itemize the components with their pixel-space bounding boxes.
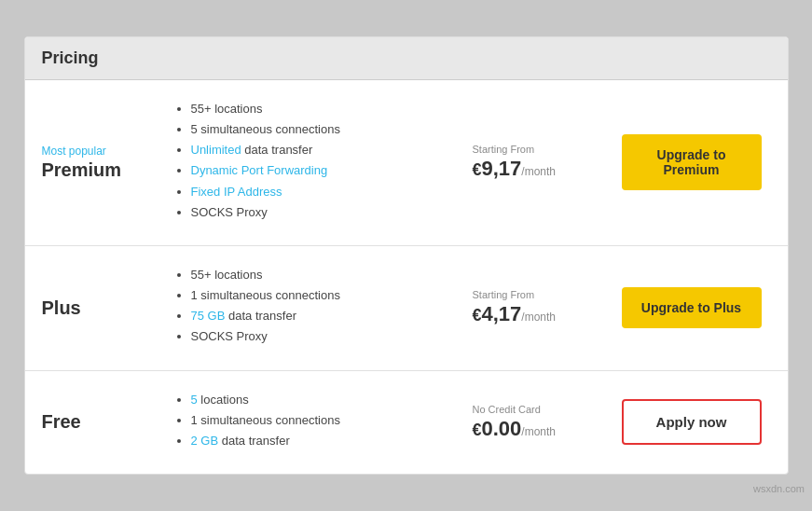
list-item: SOCKS Proxy [191,328,463,345]
plan-row-plus: Plus 55+ locations 1 simultaneous connec… [25,246,788,371]
most-popular-label: Most popular [42,145,154,158]
plan-pricing-plus: Starting From €4,17/month [463,289,612,326]
price-display: €0.00/month [473,417,612,441]
plan-name-col-plus: Plus [42,297,154,319]
upgrade-plus-button[interactable]: Upgrade to Plus [622,287,762,328]
pricing-title: Pricing [42,48,771,68]
plan-action-free: Apply now [612,399,771,445]
plan-action-premium: Upgrade to Premium [612,134,771,190]
list-item: 55+ locations [191,101,463,117]
plan-row-free: Free 5 locations 1 simultaneous connecti… [25,371,788,475]
list-item: Unlimited data transfer [191,142,463,159]
upgrade-premium-button[interactable]: Upgrade to Premium [622,134,762,190]
watermark: wsxdn.com [753,483,805,494]
pricing-card: Pricing Most popular Premium 55+ locatio… [24,36,789,475]
apply-now-button[interactable]: Apply now [622,399,762,445]
plan-pricing-free: No Credit Card €0.00/month [463,404,612,441]
list-item: 75 GB data transfer [191,308,463,325]
pricing-header: Pricing [25,37,788,80]
plan-name-col-free: Free [42,411,154,433]
list-item: 1 simultaneous connections [191,412,463,429]
plan-name-free: Free [42,411,154,433]
starting-from-label: Starting From [473,289,612,300]
price-display: €4,17/month [473,302,612,326]
plan-name-plus: Plus [42,297,154,319]
plan-features-free: 5 locations 1 simultaneous connections 2… [154,392,463,454]
no-credit-label: No Credit Card [473,404,612,415]
list-item: Dynamic Port Forwarding [191,162,463,179]
plan-features-premium: 55+ locations 5 simultaneous connections… [154,101,463,225]
plan-pricing-premium: Starting From €9,17/month [463,144,612,181]
plan-row-premium: Most popular Premium 55+ locations 5 sim… [25,80,788,246]
list-item: 55+ locations [191,267,463,283]
list-item: 1 simultaneous connections [191,287,463,304]
plan-name-premium: Premium [42,159,154,181]
list-item: Fixed IP Address [191,184,463,200]
list-item: 5 simultaneous connections [191,121,463,138]
plan-features-plus: 55+ locations 1 simultaneous connections… [154,267,463,350]
list-item: 2 GB data transfer [191,433,463,449]
plan-name-col-premium: Most popular Premium [42,145,154,181]
plan-action-plus: Upgrade to Plus [612,287,771,328]
starting-from-label: Starting From [473,144,612,155]
list-item: 5 locations [191,392,463,408]
price-display: €9,17/month [473,157,612,181]
list-item: SOCKS Proxy [191,204,463,221]
